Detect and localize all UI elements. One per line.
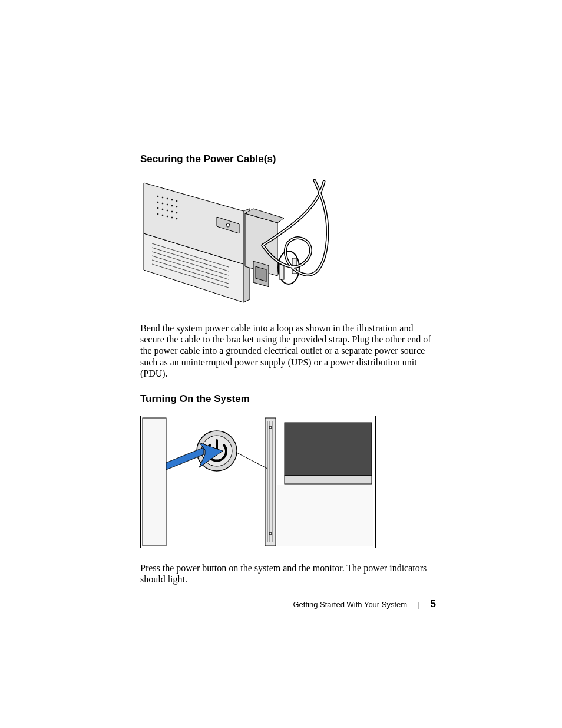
svg-rect-47 [285,476,372,484]
svg-point-19 [157,207,158,209]
svg-line-54 [236,452,267,469]
svg-point-27 [171,217,173,218]
page-footer: Getting Started With Your System | 5 [293,598,436,610]
power-cable-illustration-icon [140,176,335,308]
svg-point-18 [176,206,177,207]
svg-point-16 [167,204,168,205]
svg-point-26 [167,216,168,217]
svg-point-21 [167,210,168,211]
footer-separator-icon: | [418,600,419,609]
footer-section-title: Getting Started With Your System [293,600,407,609]
svg-point-15 [162,203,163,204]
power-button-illustration-icon [140,416,376,548]
svg-rect-39 [143,418,166,546]
heading-securing-power-cables: Securing the Power Cable(s) [140,153,436,165]
svg-point-25 [162,215,163,216]
figure-power-cable-loop [140,176,436,308]
svg-point-37 [226,223,230,227]
svg-point-9 [157,196,158,197]
svg-point-14 [157,202,158,203]
paragraph-turning-on: Press the power button on the system and… [140,562,436,585]
figure-power-button [140,416,436,548]
document-page: Securing the Power Cable(s) [0,0,562,728]
svg-point-12 [171,199,173,200]
svg-point-44 [269,426,272,429]
heading-turning-on-system: Turning On the System [140,393,436,405]
svg-point-10 [162,197,163,198]
svg-rect-46 [285,423,372,476]
svg-point-28 [176,218,177,219]
svg-rect-49 [277,485,373,546]
svg-point-20 [162,209,163,210]
svg-rect-40 [265,418,276,546]
svg-point-13 [176,200,177,202]
svg-rect-34 [279,264,284,279]
svg-point-22 [171,211,173,212]
svg-point-23 [176,212,177,213]
paragraph-securing: Bend the system power cable into a loop … [140,322,436,379]
svg-point-11 [167,198,168,199]
svg-point-17 [171,205,173,206]
svg-point-45 [269,532,272,535]
footer-page-number: 5 [431,598,436,610]
svg-point-24 [157,213,158,215]
